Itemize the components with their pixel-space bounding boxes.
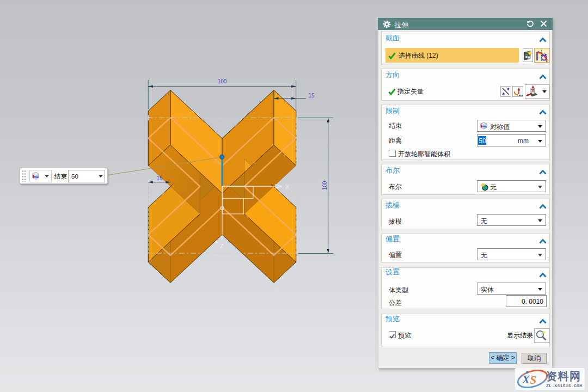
svg-text:S: S [530,373,537,387]
svg-text:15: 15 [156,175,163,181]
svg-text:X: X [522,373,530,386]
svg-text:X: X [285,183,290,190]
svg-text:Z: Z [220,243,224,249]
svg-text:100: 100 [218,78,227,84]
svg-text:100: 100 [322,181,328,190]
svg-text:15: 15 [308,93,315,99]
